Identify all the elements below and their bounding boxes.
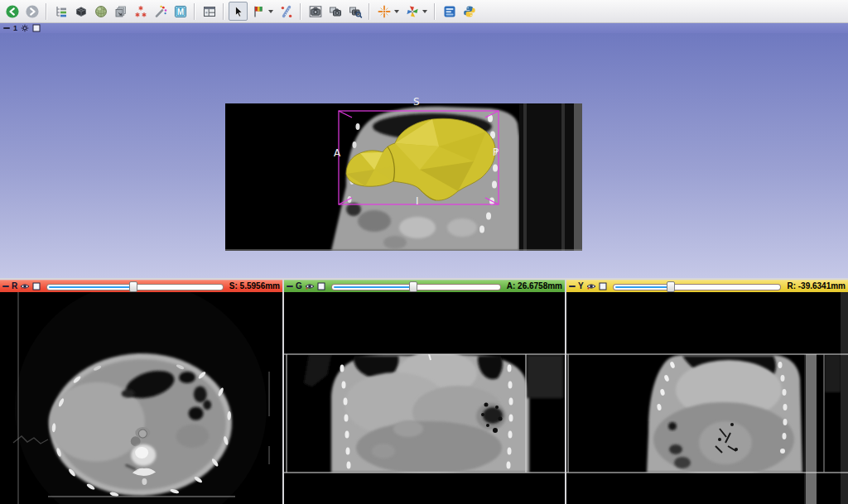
ct-coronal-image (284, 292, 565, 504)
red-slice-controller-bar: R S: 5.5956mm (0, 280, 282, 292)
editor-wand-button[interactable] (151, 2, 170, 21)
green-slice-offset-value: A: 26.6758mm (507, 282, 562, 290)
extensions-manager-icon (442, 4, 457, 19)
m-module-icon: M (173, 4, 188, 19)
cube-module-icon (74, 4, 89, 19)
yellow-slice-label: Y (578, 282, 584, 290)
green-slice-panel: G A: 26.6758mm (284, 280, 565, 504)
slider-fill (49, 286, 135, 289)
m-module-button[interactable]: M (171, 2, 190, 21)
python-console-icon (462, 4, 477, 19)
yellow-slice-offset-slider[interactable] (613, 281, 782, 292)
modules-list-button[interactable] (51, 2, 70, 21)
view3d-viewport[interactable]: S A P I (0, 33, 848, 278)
cube-module-button[interactable] (71, 2, 90, 21)
ct-sagittal-slice-3d (225, 103, 582, 251)
dropdown-arrow[interactable] (268, 10, 273, 13)
main-toolbar: M (0, 0, 848, 23)
yellow-slice-offset-value: R: -39.6341mm (787, 282, 846, 290)
modules-list-icon (54, 4, 69, 19)
extensions-manager-button[interactable] (440, 2, 459, 21)
scene-view-camera-button[interactable] (325, 2, 344, 21)
slice-visibility-eye-icon[interactable] (305, 282, 315, 290)
toolbar-separator (434, 3, 436, 20)
slider-fill (615, 286, 673, 289)
ruler-annotation-button[interactable] (277, 2, 296, 21)
slicer-window: M 1 (0, 0, 848, 504)
slice-visibility-eye-icon[interactable] (20, 282, 30, 290)
view-menu-icon[interactable] (32, 282, 41, 290)
pin-icon[interactable] (2, 286, 9, 287)
view3d-label: 1 (13, 25, 17, 32)
red-slice-viewport[interactable] (0, 292, 282, 504)
red-slice-label: R (12, 282, 17, 290)
yellow-slice-viewport[interactable] (566, 292, 848, 504)
history-back-button[interactable] (2, 2, 22, 21)
scene-view-restore-icon (348, 4, 363, 19)
orientation-label-posterior: P (493, 147, 499, 157)
capture-screenshot-button[interactable] (306, 2, 325, 21)
slider-handle[interactable] (129, 281, 137, 292)
view-menu-icon[interactable] (32, 24, 41, 32)
green-slice-viewport[interactable] (284, 292, 565, 504)
fiducials-module-button[interactable] (131, 2, 150, 21)
green-slice-controller-bar: G A: 26.6758mm (284, 280, 565, 292)
editor-wand-icon (153, 4, 168, 19)
fiducials-module-icon (133, 4, 148, 19)
slice-intersections-button[interactable] (402, 2, 422, 21)
orientation-label-superior: S (413, 97, 420, 107)
pin-icon[interactable] (3, 27, 10, 29)
layout-select-icon (202, 4, 217, 19)
sphere-module-icon (94, 4, 108, 19)
slider-handle[interactable] (667, 281, 675, 292)
view3d-controller-bar: 1 (0, 23, 848, 33)
red-slice-panel: R S: 5.5956mm (0, 280, 282, 504)
view-menu-icon[interactable] (599, 282, 607, 290)
toolbar-separator (223, 3, 224, 20)
place-fiducial-flag-button[interactable] (248, 2, 267, 21)
view3d-options-icon[interactable] (21, 24, 29, 32)
crosshair-button[interactable] (374, 2, 393, 21)
python-console-button[interactable] (460, 2, 479, 21)
sphere-module-button[interactable] (91, 2, 110, 21)
slice-visibility-eye-icon[interactable] (586, 282, 596, 290)
toolbar-separator (300, 3, 301, 20)
m-module-letter: M (176, 7, 183, 16)
mouse-cursor-icon (231, 4, 246, 19)
dropdown-arrow[interactable] (422, 10, 427, 13)
capture-screenshot-icon (308, 4, 323, 19)
crosshair-icon (377, 4, 392, 19)
view-menu-icon[interactable] (317, 282, 325, 290)
yellow-slice-controller-bar: Y R: -39.6341mm (566, 280, 848, 292)
toolbar-separator (46, 3, 47, 20)
slice-intersections-icon (405, 4, 420, 19)
orientation-label-inferior: I (416, 196, 419, 206)
scene-view-camera-icon (328, 4, 343, 19)
red-slice-offset-value: S: 5.5956mm (229, 282, 280, 290)
ct-sagittal-image (566, 292, 848, 504)
green-slice-offset-slider[interactable] (331, 281, 501, 292)
pin-icon[interactable] (569, 286, 576, 287)
scene-view-restore-button[interactable] (345, 2, 364, 21)
history-back-icon (5, 4, 20, 19)
place-fiducial-flag-icon (251, 4, 266, 19)
green-slice-label: G (296, 282, 302, 290)
layout-select-button[interactable] (200, 2, 219, 21)
ruler-annotation-icon (279, 4, 294, 19)
layers-module-button[interactable] (111, 2, 130, 21)
yellow-slice-panel: Y R: -39.6341mm (566, 280, 848, 504)
red-slice-offset-slider[interactable] (46, 281, 224, 292)
history-forward-icon (25, 4, 40, 19)
slider-handle[interactable] (409, 281, 417, 292)
ct-axial-image (0, 292, 282, 504)
toolbar-separator (369, 3, 370, 20)
toolbar-separator (194, 3, 195, 20)
slider-fill (334, 286, 415, 289)
pin-icon[interactable] (287, 286, 293, 287)
orientation-label-anterior: A (334, 148, 340, 158)
history-forward-button[interactable] (22, 2, 41, 21)
mouse-interaction-mode-button[interactable] (229, 2, 248, 21)
dropdown-arrow[interactable] (394, 10, 399, 13)
layers-module-icon (113, 4, 128, 19)
